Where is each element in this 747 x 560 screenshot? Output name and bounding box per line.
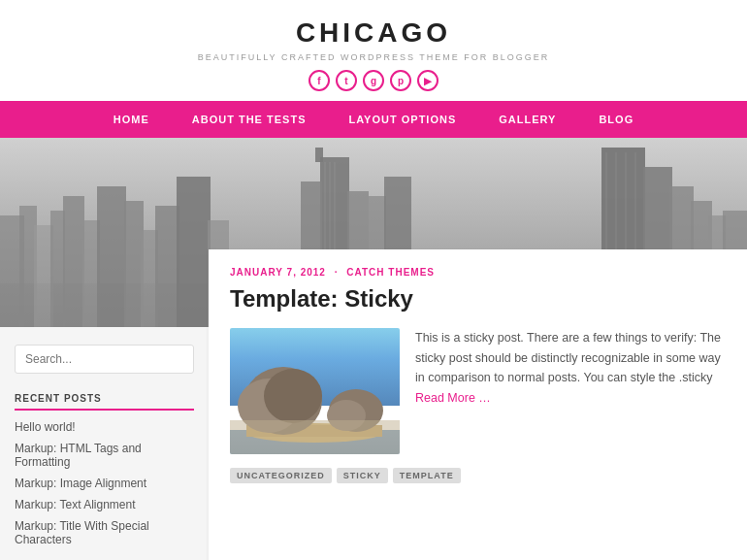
recent-post-link-3[interactable]: Markup: Text Alignment [15,498,194,511]
svg-rect-6 [63,196,84,327]
facebook-icon[interactable]: f [309,70,330,91]
sidebar: RECENT POSTS Hello world! Markup: HTML T… [0,327,209,560]
recent-post-link-1[interactable]: Markup: HTML Tags and Formatting [15,442,194,469]
recent-posts-section: RECENT POSTS Hello world! Markup: HTML T… [15,393,194,546]
site-nav: HOME ABOUT THE TESTS LAYOUT OPTIONS GALL… [0,101,747,138]
nav-blog[interactable]: BLOG [577,101,655,138]
site-tagline: BEAUTIFULLY CRAFTED WORDPRESS THEME FOR … [0,52,747,62]
nav-home[interactable]: HOME [92,101,171,138]
youtube-icon[interactable]: ▶ [417,70,438,91]
read-more-link[interactable]: Read More … [415,391,491,405]
post-meta-sep: · [335,267,339,278]
svg-rect-42 [230,420,400,454]
content-wrapper: RECENT POSTS Hello world! Markup: HTML T… [0,327,747,560]
site-header: CHICAGO BEAUTIFULLY CRAFTED WORDPRESS TH… [0,0,747,101]
post-image [230,328,400,454]
post-date: JANUARY 7, 2012 [230,267,326,278]
nav-layout[interactable]: LAYOUT OPTIONS [327,101,477,138]
svg-rect-12 [177,177,211,327]
site-title: CHICAGO [0,17,747,49]
main-content: JANUARY 7, 2012 · CATCH THEMES Template:… [209,249,747,560]
svg-point-39 [264,369,322,423]
post-text: This is a sticky post. There are a few t… [415,328,726,454]
recent-post-link-0[interactable]: Hello world! [15,420,194,434]
post-title: Template: Sticky [230,285,726,313]
tag-template[interactable]: TEMPLATE [393,468,461,483]
post-body: This is a sticky post. There are a few t… [230,328,726,454]
svg-rect-5 [50,211,65,327]
nav-about[interactable]: ABOUT THE TESTS [171,101,328,138]
post-meta: JANUARY 7, 2012 · CATCH THEMES [230,267,726,278]
post-excerpt: This is a sticky post. There are a few t… [415,331,721,384]
nav-gallery[interactable]: GALLERY [477,101,577,138]
social-icons-row: f t g p ▶ [0,70,747,91]
pinterest-icon[interactable]: p [390,70,411,91]
svg-rect-11 [155,206,179,327]
google-icon[interactable]: g [363,70,384,91]
twitter-icon[interactable]: t [336,70,357,91]
tag-uncategorized[interactable]: UNCATEGORIZED [230,468,332,483]
svg-rect-8 [97,186,126,327]
recent-post-link-4[interactable]: Markup: Title With Special Characters [15,519,194,546]
svg-rect-15 [315,148,323,162]
tag-sticky[interactable]: STICKY [337,468,388,483]
post-author: CATCH THEMES [346,267,435,278]
recent-post-link-2[interactable]: Markup: Image Alignment [15,477,194,490]
recent-posts-title: RECENT POSTS [15,393,194,411]
search-input[interactable] [15,345,194,374]
post-tags: UNCATEGORIZED STICKY TEMPLATE [230,468,726,483]
